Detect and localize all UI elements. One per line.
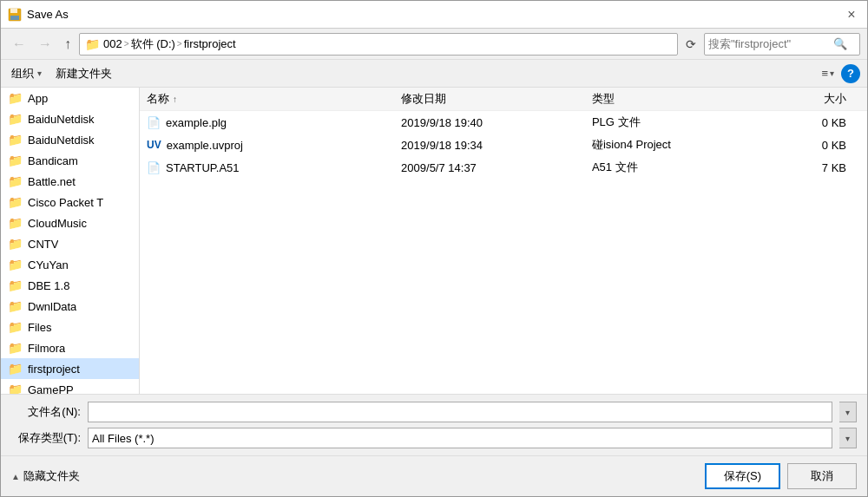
breadcrumb-part-0[interactable]: 002 (103, 37, 122, 50)
organize-button[interactable]: 组织 ▾ (8, 64, 45, 83)
folder-icon: 📁 (8, 112, 23, 126)
filetype-dropdown-btn[interactable]: ▾ (839, 428, 857, 448)
search-input[interactable] (708, 37, 830, 50)
folder-icon: 📁 (8, 278, 23, 292)
folder-icon: 📁 (8, 320, 23, 334)
folder-icon: 📁 (8, 362, 23, 376)
bottom-buttons: 保存(S) 取消 (705, 463, 857, 489)
back-button[interactable]: ← (8, 34, 30, 55)
filetype-select[interactable]: All Files (*.*) (88, 428, 832, 448)
file-row-uvproj[interactable]: UV example.uvproj 2019/9/18 19:34 碰ision… (140, 134, 867, 156)
navigation-toolbar: ← → ↑ 📁 002 > 软件 (D:) > firstproject ⟳ 🔍 (1, 29, 867, 60)
folder-icon: 📁 (8, 133, 23, 147)
main-content: 📁 App 📁 BaiduNetdisk 📁 BaiduNetdisk 📁 Ba… (1, 88, 867, 394)
breadcrumb-folder-icon: 📁 (85, 37, 100, 51)
folder-icon: 📁 (8, 341, 23, 355)
sidebar-item-app[interactable]: 📁 App (1, 88, 139, 108)
organize-label: 组织 (11, 66, 34, 82)
sidebar-item-cyuyan[interactable]: 📁 CYuYan (1, 254, 139, 275)
cancel-button[interactable]: 取消 (787, 463, 857, 489)
file-icon-uvproj: UV (147, 139, 161, 151)
search-box: 🔍 (704, 33, 860, 56)
file-date: 2019/9/18 19:40 (401, 116, 592, 129)
breadcrumb-arrow-0: > (124, 39, 129, 49)
bottom-bar: ▲ 隐藏文件夹 保存(S) 取消 (1, 455, 867, 496)
sidebar-item-bandicam[interactable]: 📁 Bandicam (1, 150, 139, 171)
dialog-title: Save As (27, 8, 69, 21)
up-button[interactable]: ↑ (60, 34, 76, 55)
action-toolbar: 组织 ▾ 新建文件夹 ≡ ▾ ? (1, 60, 867, 88)
sidebar-item-dbe[interactable]: 📁 DBE 1.8 (1, 275, 139, 296)
folder-icon: 📁 (8, 216, 23, 230)
file-row-plg[interactable]: 📄 example.plg 2019/9/18 19:40 PLG 文件 0 K… (140, 111, 867, 134)
col-header-date[interactable]: 修改日期 (401, 91, 592, 107)
folder-icon: 📁 (8, 299, 23, 313)
hide-folder-arrow: ▲ (11, 472, 20, 481)
breadcrumb-parts: 002 > 软件 (D:) > firstproject (103, 36, 236, 52)
column-headers: 名称 ↑ 修改日期 类型 大小 (140, 88, 867, 111)
file-date: 2009/5/7 14:37 (401, 161, 592, 174)
new-folder-button[interactable]: 新建文件夹 (52, 64, 115, 83)
sidebar-item-gamepp[interactable]: 📁 GamePP (1, 379, 139, 394)
close-button[interactable]: × (843, 6, 860, 23)
breadcrumb-arrow-1: > (177, 39, 182, 49)
sidebar-item-cisco[interactable]: 📁 Cisco Packet T (1, 192, 139, 213)
filename-label: 文件名(N): (11, 404, 81, 420)
sidebar-item-battlenet[interactable]: 📁 Battle.net (1, 171, 139, 192)
file-size: 0 KB (745, 116, 860, 129)
filetype-value: All Files (*.*) (92, 432, 155, 445)
filename-input[interactable] (88, 402, 832, 422)
sidebar-item-filmora[interactable]: 📁 Filmora (1, 337, 139, 358)
view-button[interactable]: ≡ ▾ (821, 67, 834, 80)
refresh-button[interactable]: ⟳ (681, 35, 700, 54)
filetype-row: 保存类型(T): All Files (*.*) ▾ (11, 428, 857, 448)
file-name-cell: 📄 STARTUP.A51 (147, 161, 401, 174)
sidebar: 📁 App 📁 BaiduNetdisk 📁 BaiduNetdisk 📁 Ba… (1, 88, 140, 394)
filename-row: 文件名(N): ▾ (11, 402, 857, 422)
col-header-size[interactable]: 大小 (745, 91, 860, 107)
file-icon-plg: 📄 (147, 116, 161, 129)
sidebar-item-cloudmusic[interactable]: 📁 CloudMusic (1, 213, 139, 233)
file-name: example.uvproj (167, 139, 243, 152)
new-folder-label: 新建文件夹 (56, 66, 112, 82)
help-button[interactable]: ? (841, 64, 860, 83)
file-date: 2019/9/18 19:34 (401, 139, 592, 152)
file-icon-a51: 📄 (147, 161, 161, 174)
folder-icon: 📁 (8, 237, 23, 251)
search-icon: 🔍 (833, 37, 847, 50)
filename-dropdown-btn[interactable]: ▾ (839, 402, 857, 422)
file-list: 名称 ↑ 修改日期 类型 大小 📄 example.plg 2019/9/18 … (140, 88, 867, 394)
hide-folder-toggle[interactable]: ▲ 隐藏文件夹 (11, 468, 80, 484)
folder-icon: 📁 (8, 91, 23, 105)
col-header-type[interactable]: 类型 (592, 91, 745, 107)
file-type: PLG 文件 (592, 114, 745, 130)
file-name: STARTUP.A51 (166, 161, 240, 174)
sidebar-item-cntv[interactable]: 📁 CNTV (1, 233, 139, 254)
filetype-label: 保存类型(T): (11, 430, 81, 446)
sidebar-item-baidunetdisk-2[interactable]: 📁 BaiduNetdisk (1, 129, 139, 150)
col-header-name[interactable]: 名称 ↑ (147, 91, 401, 107)
sidebar-item-firstproject[interactable]: 📁 firstproject (1, 358, 139, 379)
save-icon (8, 8, 22, 22)
save-button[interactable]: 保存(S) (705, 463, 780, 489)
sort-arrow: ↑ (173, 95, 177, 104)
folder-icon: 📁 (8, 258, 23, 271)
sidebar-item-dwnldata[interactable]: 📁 DwnlData (1, 296, 139, 317)
folder-icon: 📁 (8, 154, 23, 167)
file-type: 碰ision4 Project (592, 137, 745, 153)
sidebar-item-files[interactable]: 📁 Files (1, 317, 139, 337)
hide-folder-label: 隐藏文件夹 (23, 468, 80, 484)
file-row-a51[interactable]: 📄 STARTUP.A51 2009/5/7 14:37 A51 文件 7 KB (140, 156, 867, 179)
file-size: 7 KB (745, 161, 860, 174)
breadcrumb-bar[interactable]: 📁 002 > 软件 (D:) > firstproject (79, 33, 678, 56)
title-bar-left: Save As (8, 8, 69, 22)
bottom-form: 文件名(N): ▾ 保存类型(T): All Files (*.*) ▾ (1, 394, 867, 455)
forward-button[interactable]: → (34, 34, 56, 55)
folder-icon: 📁 (8, 195, 23, 209)
breadcrumb-part-1[interactable]: 软件 (D:) (131, 36, 175, 52)
view-dropdown-icon: ▾ (830, 69, 834, 78)
sidebar-item-baidunetdisk-1[interactable]: 📁 BaiduNetdisk (1, 108, 139, 129)
svg-rect-1 (10, 9, 17, 13)
title-bar: Save As × (1, 1, 867, 29)
breadcrumb-part-2[interactable]: firstproject (184, 37, 236, 50)
